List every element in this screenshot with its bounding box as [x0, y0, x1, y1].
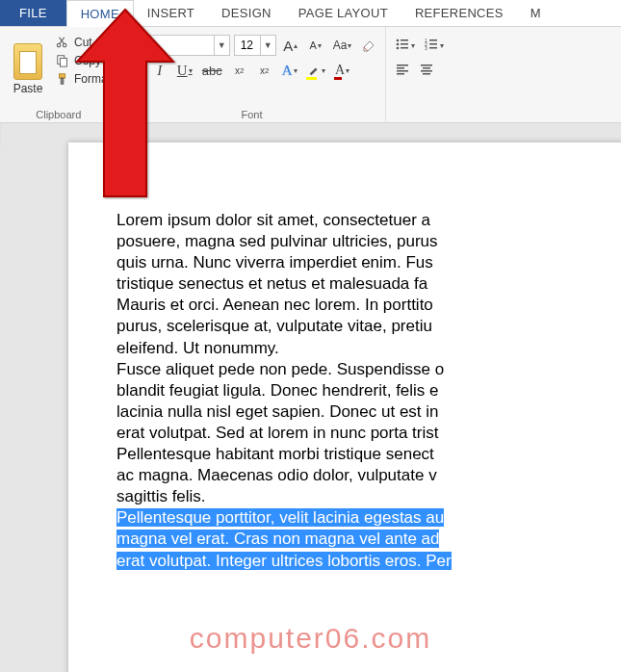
svg-point-0	[57, 43, 61, 47]
svg-rect-3	[60, 58, 66, 66]
font-name-combo[interactable]: Arial ▼	[124, 35, 230, 56]
ribbon-tab-strip: FILE HOME INSERT DESIGN PAGE LAYOUT REFE…	[0, 0, 621, 27]
highlight-color-swatch	[306, 77, 317, 80]
document-body[interactable]: Lorem ipsum dolor sit amet, consectetuer…	[116, 210, 621, 572]
svg-rect-9	[401, 43, 408, 45]
tab-home[interactable]: HOME	[66, 0, 134, 27]
text-effects-button[interactable]: A▾	[279, 60, 300, 81]
chevron-down-icon: ▼	[214, 36, 229, 55]
svg-text:3: 3	[425, 45, 427, 51]
group-font: Arial ▼ 12 ▼ A▴ A▾ Aa▾	[118, 27, 387, 122]
text-effects-icon: A	[282, 63, 293, 79]
svg-rect-25	[423, 73, 430, 75]
svg-rect-19	[397, 67, 404, 69]
svg-rect-17	[429, 47, 437, 49]
tab-page-layout[interactable]: PAGE LAYOUT	[285, 0, 401, 26]
format-painter-button[interactable]: Forma	[54, 71, 110, 87]
font-color-button[interactable]: A ▾	[332, 60, 353, 81]
cut-button[interactable]: Cut	[54, 35, 110, 50]
underline-button[interactable]: U▾	[174, 60, 195, 81]
superscript-button[interactable]: x2	[254, 60, 275, 81]
document-page[interactable]: Lorem ipsum dolor sit amet, consectetuer…	[68, 142, 621, 672]
shrink-font-icon: A	[310, 39, 317, 51]
font-size-combo[interactable]: 12 ▼	[234, 35, 276, 56]
document-area: Lorem ipsum dolor sit amet, consectetuer…	[0, 123, 621, 672]
svg-rect-5	[61, 78, 64, 84]
paste-button[interactable]: Paste	[6, 31, 50, 107]
font-name-value: Arial	[125, 39, 214, 52]
svg-rect-20	[397, 70, 408, 72]
change-case-button[interactable]: Aa▾	[330, 35, 355, 56]
numbering-button[interactable]: 123 ▾	[421, 35, 447, 56]
chevron-down-icon: ▼	[260, 36, 275, 55]
scissors-icon	[56, 36, 69, 49]
tab-file[interactable]: FILE	[0, 0, 66, 26]
svg-rect-21	[397, 73, 404, 75]
eraser-icon	[361, 37, 376, 55]
group-clipboard: Paste Cut Copy	[0, 27, 118, 122]
align-left-button[interactable]	[392, 60, 413, 81]
tab-references[interactable]: REFERENCES	[401, 0, 517, 26]
highlight-button[interactable]: ▾	[304, 60, 328, 81]
paragraph-1: Lorem ipsum dolor sit amet, consectetuer…	[116, 211, 438, 357]
copy-button[interactable]: Copy	[54, 53, 110, 68]
change-case-icon: Aa	[333, 39, 348, 52]
selected-text: Pellentesque porttitor, velit lacinia eg…	[116, 508, 452, 569]
copy-icon	[56, 54, 69, 67]
font-color-icon: A	[335, 63, 345, 78]
bold-button[interactable]: B	[124, 60, 145, 81]
tab-mailings-cut[interactable]: M	[517, 0, 555, 26]
clipboard-group-label: Clipboard	[6, 107, 112, 120]
tab-insert[interactable]: INSERT	[134, 0, 208, 26]
svg-rect-15	[429, 43, 437, 45]
font-group-label: Font	[124, 107, 380, 120]
svg-rect-4	[60, 74, 65, 78]
paste-label: Paste	[13, 82, 43, 95]
paste-icon	[13, 43, 42, 80]
bullets-button[interactable]: ▾	[392, 35, 418, 56]
svg-rect-11	[401, 47, 408, 49]
font-color-swatch	[334, 77, 342, 80]
format-painter-label: Forma	[74, 72, 108, 86]
strikethrough-button[interactable]: abc	[199, 60, 225, 81]
align-center-icon	[419, 62, 434, 80]
highlighter-icon	[307, 64, 321, 77]
svg-point-6	[397, 39, 400, 41]
copy-label: Copy	[74, 54, 101, 67]
shrink-font-button[interactable]: A▾	[305, 35, 326, 56]
grow-font-icon: A	[283, 38, 293, 54]
group-paragraph: ▾ 123 ▾	[386, 27, 453, 122]
svg-point-10	[397, 46, 400, 49]
clear-formatting-button[interactable]	[358, 35, 379, 56]
numbering-icon: 123	[424, 37, 439, 55]
svg-rect-18	[397, 65, 408, 66]
svg-rect-24	[421, 70, 432, 72]
svg-point-8	[397, 42, 400, 45]
svg-point-1	[63, 43, 66, 47]
svg-rect-23	[423, 67, 430, 69]
svg-rect-13	[429, 39, 437, 41]
bullets-icon	[395, 37, 410, 55]
paragraph-2: Fusce aliquet pede non pede. Suspendisse…	[116, 360, 444, 506]
align-left-icon	[395, 62, 410, 80]
italic-button[interactable]: I	[149, 60, 170, 81]
paintbrush-icon	[56, 72, 69, 86]
cut-label: Cut	[74, 36, 92, 49]
subscript-button[interactable]: x2	[229, 60, 250, 81]
ribbon: Paste Cut Copy	[0, 27, 621, 123]
font-size-value: 12	[235, 39, 260, 52]
svg-rect-7	[401, 39, 408, 41]
grow-font-button[interactable]: A▴	[280, 35, 301, 56]
paragraph-group-label	[392, 107, 447, 120]
align-center-button[interactable]	[416, 60, 437, 81]
svg-rect-22	[421, 65, 432, 66]
tab-design[interactable]: DESIGN	[208, 0, 285, 26]
